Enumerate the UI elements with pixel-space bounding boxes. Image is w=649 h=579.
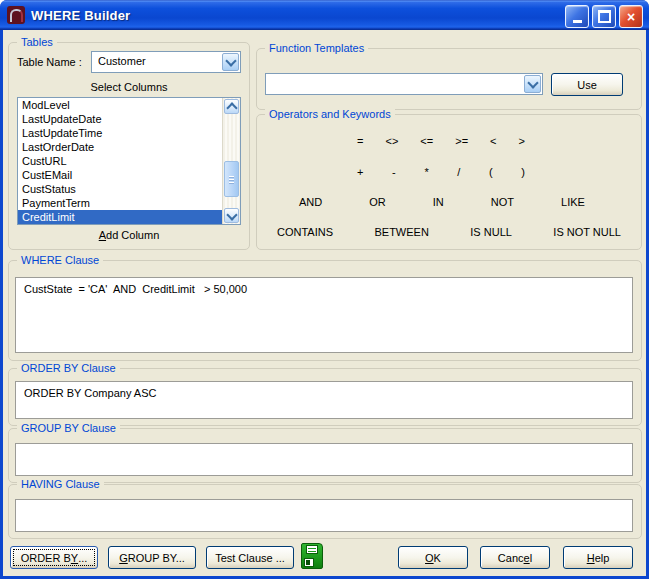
order-by-button[interactable]: ORDER BY...: [10, 546, 98, 569]
close-button[interactable]: ×: [619, 5, 643, 28]
close-icon: ×: [627, 10, 635, 24]
where-clause-input[interactable]: CustState = 'CA' AND CreditLimit > 50,00…: [15, 277, 633, 353]
ok-button[interactable]: OK: [398, 546, 468, 569]
function-templates-caption: Function Templates: [265, 41, 368, 55]
scrollbar-thumb[interactable]: [224, 161, 239, 197]
having-clause-groupbox: HAVING Clause: [8, 484, 642, 539]
order-by-clause-caption: ORDER BY Clause: [17, 361, 120, 375]
operators-row-comparison: = <> <= >= < >: [357, 135, 525, 147]
group-by-clause-caption: GROUP BY Clause: [17, 421, 120, 435]
save-button[interactable]: [301, 543, 323, 569]
where-clause-caption: WHERE Clause: [17, 253, 103, 267]
table-name-label: Table Name :: [17, 56, 82, 68]
help-button[interactable]: Help: [563, 546, 633, 569]
columns-listbox[interactable]: ModLevel LastUpdateDate LastUpdateTime L…: [17, 97, 241, 225]
columns-list: ModLevel LastUpdateDate LastUpdateTime L…: [18, 98, 223, 224]
keyword-button[interactable]: IN: [433, 196, 444, 208]
chevron-down-icon: [226, 209, 237, 220]
list-item[interactable]: ModLevel: [18, 98, 223, 112]
keyword-button[interactable]: IS NULL: [470, 226, 512, 238]
operator-button[interactable]: <=: [420, 135, 433, 147]
group-by-clause-groupbox: GROUP BY Clause: [8, 428, 642, 483]
window-frame: Tables Table Name : Customer Select Colu…: [0, 30, 649, 579]
dialog-client-area: Tables Table Name : Customer Select Colu…: [3, 30, 646, 576]
minimize-icon: [573, 20, 582, 23]
having-clause-caption: HAVING Clause: [17, 477, 104, 491]
scrollbar-grip-icon: [229, 176, 234, 184]
use-button[interactable]: Use: [551, 73, 623, 96]
order-by-button-label-post: ...: [78, 552, 87, 564]
list-item[interactable]: LastUpdateTime: [18, 126, 223, 140]
operator-button[interactable]: ): [521, 166, 525, 178]
operator-button[interactable]: *: [424, 166, 428, 178]
operators-group-caption: Operators and Keywords: [265, 107, 395, 121]
keyword-button[interactable]: NOT: [491, 196, 514, 208]
add-column-link[interactable]: Add Column: [9, 229, 249, 241]
operator-button[interactable]: =: [357, 135, 363, 147]
cancel-button[interactable]: Cancel: [480, 546, 550, 569]
list-item-selected[interactable]: CreditLimit: [18, 210, 223, 224]
select-columns-label: Select Columns: [9, 81, 249, 93]
app-icon: [7, 6, 25, 24]
floppy-label-icon: [304, 558, 314, 567]
minimize-button[interactable]: [565, 5, 589, 28]
group-by-button[interactable]: GROUP BY...: [108, 546, 196, 569]
operator-button[interactable]: /: [457, 166, 460, 178]
group-by-clause-input[interactable]: [15, 443, 633, 476]
keyword-button[interactable]: BETWEEN: [374, 226, 428, 238]
chevron-down-icon: [527, 77, 538, 88]
list-item[interactable]: CustURL: [18, 154, 223, 168]
cancel-button-label-pre: Canc: [498, 552, 524, 564]
keyword-button[interactable]: AND: [299, 196, 322, 208]
keyword-button[interactable]: CONTAINS: [277, 226, 333, 238]
operator-button[interactable]: (: [489, 166, 493, 178]
scrollbar-up-button[interactable]: [224, 99, 239, 114]
keyword-button[interactable]: LIKE: [561, 196, 585, 208]
table-name-select[interactable]: Customer: [91, 51, 241, 73]
titlebar[interactable]: WHERE Builder ×: [0, 0, 649, 30]
list-item[interactable]: LastOrderDate: [18, 140, 223, 154]
order-by-clause-input[interactable]: ORDER BY Company ASC: [15, 381, 633, 419]
operator-button[interactable]: +: [357, 166, 363, 178]
operator-button[interactable]: >: [519, 135, 525, 147]
where-builder-dialog: WHERE Builder × Tables Table Name : Cust…: [0, 0, 649, 579]
table-name-dropdown-button[interactable]: [222, 53, 239, 71]
ok-button-label-post: K: [434, 552, 441, 564]
help-button-label-key: H: [587, 552, 595, 564]
table-name-value: Customer: [98, 55, 220, 67]
tables-group-caption: Tables: [17, 35, 57, 49]
columns-scrollbar[interactable]: [222, 98, 240, 224]
operators-row-predicates: CONTAINS BETWEEN IS NULL IS NOT NULL: [277, 226, 621, 238]
having-clause-input[interactable]: [15, 499, 633, 532]
chevron-down-icon: [225, 55, 236, 66]
list-item[interactable]: LastUpdateDate: [18, 112, 223, 126]
list-item[interactable]: CustStatus: [18, 182, 223, 196]
function-template-select[interactable]: [265, 73, 543, 95]
cancel-button-label-post: l: [530, 552, 532, 564]
list-item[interactable]: PaymentTerm: [18, 196, 223, 210]
floppy-disk-icon: [301, 543, 323, 569]
floppy-shutter-icon: [306, 545, 318, 554]
scrollbar-down-button[interactable]: [224, 208, 239, 223]
list-item[interactable]: CustEMail: [18, 168, 223, 182]
operator-button[interactable]: <: [490, 135, 496, 147]
add-column-label-post: dd Column: [106, 229, 159, 241]
tables-groupbox: Tables Table Name : Customer Select Colu…: [8, 42, 250, 250]
operators-row-arithmetic: + - * / ( ): [357, 166, 525, 178]
operator-button[interactable]: -: [392, 166, 396, 178]
keyword-button[interactable]: IS NOT NULL: [553, 226, 621, 238]
test-clause-button[interactable]: Test Clause ...: [206, 546, 294, 569]
function-templates-groupbox: Function Templates Use: [256, 48, 642, 110]
function-template-dropdown-button[interactable]: [524, 75, 541, 93]
maximize-icon: [598, 10, 611, 23]
help-button-label-post: elp: [595, 552, 610, 564]
caption-buttons: ×: [565, 5, 643, 28]
operator-button[interactable]: >=: [455, 135, 468, 147]
operator-button[interactable]: <>: [385, 135, 398, 147]
operators-row-logical: AND OR IN NOT LIKE: [299, 196, 585, 208]
maximize-button[interactable]: [592, 5, 616, 28]
add-column-label-key: A: [99, 229, 106, 241]
window-title: WHERE Builder: [31, 8, 130, 23]
keyword-button[interactable]: OR: [369, 196, 386, 208]
test-clause-button-label-pre: Test Clause ...: [215, 552, 285, 564]
